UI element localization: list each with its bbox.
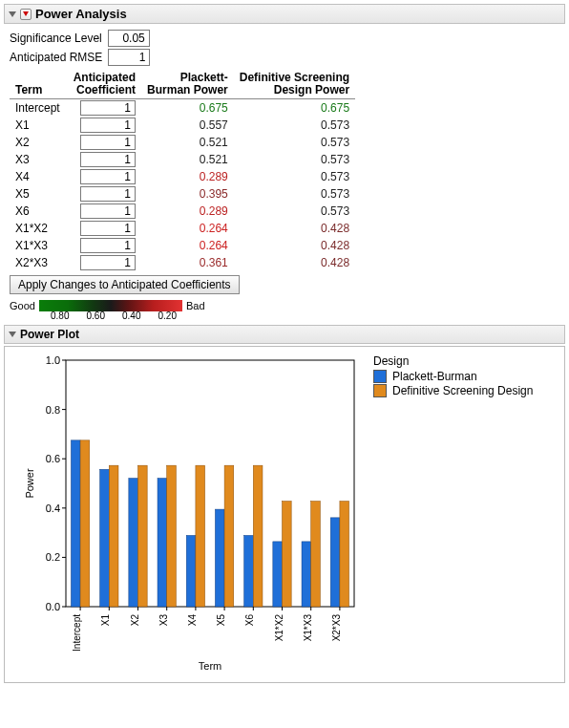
dsd-cell: 0.573 (234, 117, 355, 134)
color-strip (39, 300, 182, 311)
svg-rect-15 (80, 440, 90, 607)
svg-rect-19 (109, 466, 118, 608)
svg-rect-18 (100, 470, 110, 608)
term-cell: X2*X3 (10, 254, 68, 271)
chart-area: 0.00.20.40.60.81.0PowerInterceptX1X2X3X4… (20, 351, 364, 678)
term-cell: X1 (10, 117, 68, 134)
dsd-cell: 0.573 (234, 134, 355, 151)
red-triangle-icon[interactable] (20, 9, 32, 20)
term-cell: X3 (10, 151, 68, 168)
coef-input[interactable] (80, 118, 136, 133)
rmse-label: Anticipated RMSE (10, 51, 102, 64)
chart-legend: Design Plackett-Burman Definitive Screen… (373, 351, 533, 678)
legend-title: Design (373, 354, 533, 368)
coef-cell (68, 151, 141, 168)
coef-cell (68, 237, 141, 254)
coef-cell (68, 168, 141, 185)
coef-input[interactable] (80, 221, 136, 236)
coef-input[interactable] (80, 152, 136, 167)
coef-input[interactable] (80, 255, 136, 270)
pb-cell: 0.521 (141, 151, 234, 168)
coef-cell (68, 99, 141, 118)
coef-input[interactable] (80, 238, 136, 253)
coef-input[interactable] (80, 169, 136, 184)
svg-text:0.0: 0.0 (46, 601, 60, 612)
pb-cell: 0.264 (141, 237, 234, 254)
coef-input[interactable] (80, 203, 136, 219)
power-table: Term AnticipatedCoefficient Plackett-Bur… (10, 70, 355, 271)
svg-rect-46 (302, 542, 311, 607)
svg-text:X5: X5 (216, 614, 226, 627)
rmse-row: Anticipated RMSE (10, 49, 559, 66)
coef-input[interactable] (80, 100, 136, 116)
svg-text:X4: X4 (187, 614, 198, 627)
svg-text:Term: Term (199, 660, 221, 672)
color-legend: Good Bad (10, 300, 559, 311)
disclosure-icon[interactable] (9, 332, 16, 337)
bad-label: Bad (186, 300, 205, 311)
apply-changes-button[interactable]: Apply Changes to Anticipated Coefficient… (10, 275, 240, 294)
table-row: X2*X30.3610.428 (10, 254, 355, 271)
pb-cell: 0.557 (141, 117, 234, 134)
svg-text:0.4: 0.4 (46, 503, 60, 514)
coef-cell (68, 220, 141, 237)
power-plot-header[interactable]: Power Plot (4, 325, 565, 344)
term-cell: X4 (10, 168, 68, 185)
term-cell: X2 (10, 134, 68, 151)
significance-label: Significance Level (10, 32, 102, 45)
term-cell: X1*X3 (10, 237, 68, 254)
table-row: X50.3950.573 (10, 185, 355, 203)
power-plot-title: Power Plot (20, 328, 79, 341)
coef-cell (68, 254, 141, 271)
pb-cell: 0.264 (141, 220, 234, 237)
coef-input[interactable] (80, 135, 136, 150)
svg-rect-43 (283, 502, 292, 607)
good-label: Good (10, 300, 35, 311)
svg-rect-34 (215, 509, 224, 607)
svg-text:Power: Power (24, 468, 35, 499)
svg-text:X2*X3: X2*X3 (331, 614, 342, 642)
rmse-input[interactable] (108, 49, 150, 66)
coef-cell (68, 203, 141, 220)
svg-rect-30 (186, 536, 196, 608)
svg-rect-22 (129, 479, 138, 607)
svg-text:0.8: 0.8 (46, 404, 60, 416)
svg-rect-14 (71, 440, 80, 607)
dsd-cell: 0.573 (234, 168, 355, 185)
term-cell: Intercept (10, 99, 68, 118)
table-row: X1*X20.2640.428 (10, 220, 355, 237)
dsd-cell: 0.428 (234, 237, 355, 254)
power-analysis-header[interactable]: Power Analysis (4, 4, 565, 24)
coef-cell (68, 134, 141, 151)
coef-input[interactable] (80, 186, 136, 202)
svg-rect-31 (196, 466, 205, 608)
swatch-dsd (373, 384, 387, 397)
power-analysis-title: Power Analysis (35, 7, 127, 21)
power-plot-svg: 0.00.20.40.60.81.0PowerInterceptX1X2X3X4… (20, 351, 364, 675)
svg-text:X1*X3: X1*X3 (303, 614, 313, 642)
svg-rect-50 (330, 518, 340, 607)
legend-item-pb: Plackett-Burman (373, 370, 533, 383)
pb-cell: 0.361 (141, 254, 234, 271)
svg-text:1.0: 1.0 (46, 354, 60, 366)
svg-rect-27 (167, 466, 177, 608)
term-cell: X6 (10, 203, 68, 220)
svg-rect-26 (158, 479, 167, 607)
svg-rect-38 (244, 536, 254, 608)
pb-cell: 0.395 (141, 185, 234, 203)
term-cell: X1*X2 (10, 220, 68, 237)
color-strip-ticks: 0.80 0.60 0.40 0.20 (42, 310, 185, 321)
disclosure-icon[interactable] (9, 11, 16, 17)
power-plot-body: 0.00.20.40.60.81.0PowerInterceptX1X2X3X4… (4, 346, 565, 683)
pb-cell: 0.675 (141, 99, 234, 118)
svg-text:X1: X1 (100, 614, 111, 627)
significance-row: Significance Level (10, 30, 559, 47)
dsd-cell: 0.428 (234, 220, 355, 237)
table-row: X10.5570.573 (10, 117, 355, 134)
svg-text:0.6: 0.6 (46, 454, 60, 465)
significance-input[interactable] (108, 30, 150, 47)
coef-cell (68, 185, 141, 203)
table-row: X40.2890.573 (10, 168, 355, 185)
table-row: Intercept0.6750.675 (10, 99, 355, 118)
svg-rect-39 (253, 466, 263, 608)
